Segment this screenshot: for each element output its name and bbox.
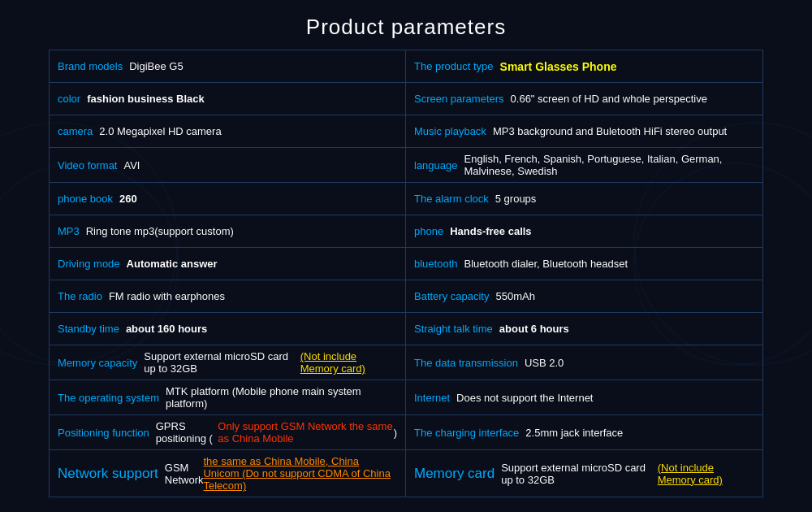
label: Music playback xyxy=(414,125,486,137)
cell-left-1: colorfashion business Black xyxy=(50,83,406,115)
table-row: Network supportGSM Network the same as C… xyxy=(50,450,762,497)
cell-left-0: Brand modelsDigiBee G5 xyxy=(50,50,406,82)
cell-right-10: InternetDoes not support the Internet xyxy=(406,380,762,414)
value: Smart Glasses Phone xyxy=(500,60,617,73)
page-title: Product parameters xyxy=(0,0,812,50)
label: Internet xyxy=(414,392,450,404)
value: Hands-free calls xyxy=(450,225,531,237)
value: fashion business Black xyxy=(87,93,205,105)
label: phone xyxy=(414,225,443,237)
value: 2.5mm jack interface xyxy=(525,427,623,439)
label: Positioning function xyxy=(58,427,149,439)
cell-left-11: Positioning functionGPRS positioning (On… xyxy=(50,415,406,449)
label: The product type xyxy=(414,60,494,72)
table-row: Memory capacitySupport external microSD … xyxy=(50,345,762,380)
cell-right-0: The product typeSmart Glasses Phone xyxy=(406,50,762,82)
label: The operating system xyxy=(58,392,159,404)
label: Brand models xyxy=(58,60,123,72)
cell-right-12: Memory cardSupport external microSD card… xyxy=(406,450,762,497)
value: 2.0 Megapixel HD camera xyxy=(99,125,221,137)
value: DigiBee G5 xyxy=(129,60,183,72)
table-row: Brand modelsDigiBee G5The product typeSm… xyxy=(50,50,762,83)
value-part1: GSM Network xyxy=(165,462,204,486)
value: Does not support the Internet xyxy=(456,392,593,404)
value-part1: Support external microSD card up to 32GB xyxy=(144,350,300,375)
value-part1: Support external microSD card up to 32GB xyxy=(501,462,658,486)
value: 5 groups xyxy=(495,193,537,205)
table-row: The operating systemMTK platform (Mobile… xyxy=(50,380,762,415)
value: MP3 background and Buletooth HiFi stereo… xyxy=(493,125,727,137)
label: The alarm clock xyxy=(414,193,489,205)
table-row: colorfashion business BlackScreen parame… xyxy=(50,83,762,115)
value-part1: GPRS positioning ( xyxy=(156,420,218,445)
label: Straight talk time xyxy=(414,323,493,335)
cell-left-12: Network supportGSM Network the same as C… xyxy=(50,450,406,497)
label: Screen parameters xyxy=(414,93,504,105)
table-row: Positioning functionGPRS positioning (On… xyxy=(50,415,762,450)
label: Network support xyxy=(58,466,158,482)
value: about 6 hours xyxy=(499,323,569,335)
value-part2: the same as China Mobile, China Unicom (… xyxy=(203,455,397,492)
value: 0.66" screen of HD and whole perspective xyxy=(511,93,707,105)
value: USB 2.0 xyxy=(525,357,564,369)
label: The charging interface xyxy=(414,427,519,439)
label: Memory card xyxy=(414,466,495,482)
label: bluetooth xyxy=(414,258,458,270)
value-part2: Only support GSM Network the same as Chi… xyxy=(218,420,393,445)
label: language xyxy=(414,159,458,171)
value: 550mAh xyxy=(496,290,535,302)
value-part2: (Not include Memory card) xyxy=(300,350,397,375)
label: color xyxy=(58,93,80,105)
value-part2: (Not include Memory card) xyxy=(658,462,754,486)
value: Bluetooth dialer, Bluetooth headset xyxy=(464,258,628,270)
label: Battery capacity xyxy=(414,290,490,302)
cell-right-1: Screen parameters0.66" screen of HD and … xyxy=(406,83,762,115)
value: MTK platform (Mobile phone main system p… xyxy=(166,385,397,410)
label: The data transmission xyxy=(414,357,518,369)
cell-left-10: The operating systemMTK platform (Mobile… xyxy=(50,380,406,414)
cell-right-11: The charging interface2.5mm jack interfa… xyxy=(406,415,762,449)
table-row: camera2.0 Megapixel HD cameraMusic playb… xyxy=(50,115,762,148)
value-part3: ) xyxy=(394,427,397,439)
